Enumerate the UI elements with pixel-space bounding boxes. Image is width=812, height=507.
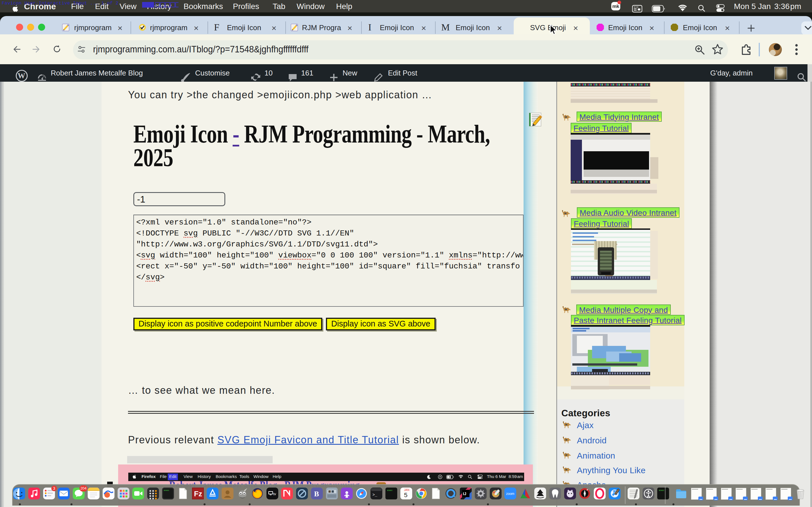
svg-text:esec: esec	[659, 489, 664, 492]
svg-text:esec: esec	[387, 489, 393, 492]
svg-text:JAN: JAN	[404, 489, 409, 492]
svg-text:W: W	[18, 71, 26, 80]
svg-text:>_: >_	[372, 493, 377, 497]
svg-text:IJ: IJ	[463, 492, 466, 496]
svg-text:Fz: Fz	[194, 490, 202, 498]
svg-text:tv: tv	[273, 492, 276, 496]
svg-text:5: 5	[404, 492, 407, 499]
svg-text:zoom: zoom	[506, 492, 514, 496]
svg-text:exec: exec	[164, 489, 169, 492]
svg-text:B: B	[314, 490, 319, 498]
